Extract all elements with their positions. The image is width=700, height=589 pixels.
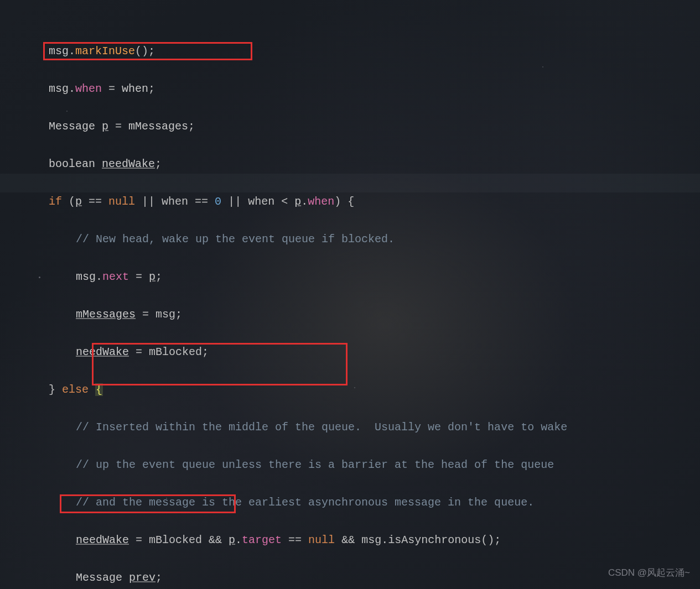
code-line: needWake = mBlocked && p.target == null …	[0, 531, 567, 550]
code-line: msg.when = when;	[0, 80, 567, 98]
code-line: // up the event queue unless there is a …	[0, 456, 567, 475]
code-line: // New head, wake up the event queue if …	[0, 230, 567, 249]
code-line: msg.markInUse();	[0, 42, 567, 61]
code-line: if (p == null || when == 0 || when < p.w…	[0, 192, 567, 211]
code-line: Message prev;	[0, 569, 567, 587]
code-line: msg.next = p;	[0, 268, 567, 286]
code-line: boolean needWake;	[0, 155, 567, 174]
code-line: } else {	[0, 380, 567, 399]
code-line: Message p = mMessages;	[0, 117, 567, 136]
code-line: // Inserted within the middle of the que…	[0, 418, 567, 437]
watermark: CSDN @风起云涌~	[608, 564, 690, 582]
code-line: // and the message is the earliest async…	[0, 493, 567, 512]
code-line: mMessages = msg;	[0, 305, 567, 324]
brace-highlight: {	[95, 383, 103, 396]
code-line: needWake = mBlocked;	[0, 343, 567, 362]
code-block: msg.markInUse(); msg.when = when; Messag…	[0, 4, 567, 589]
